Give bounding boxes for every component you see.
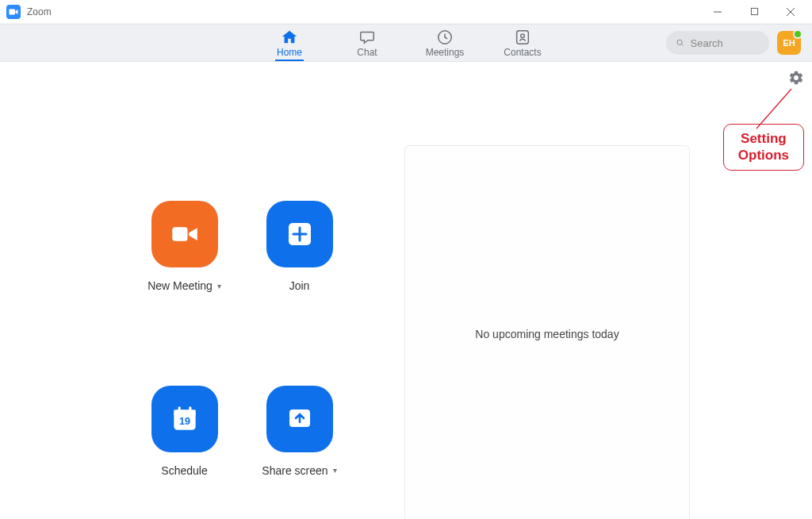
- tab-contacts[interactable]: Contacts: [499, 25, 546, 61]
- minimize-button[interactable]: [699, 0, 736, 24]
- window-title: Zoom: [27, 6, 52, 17]
- schedule-button[interactable]: 19 Schedule: [127, 386, 242, 520]
- svg-rect-16: [189, 406, 191, 412]
- video-icon: [151, 201, 218, 267]
- tab-label: Home: [277, 47, 302, 58]
- home-icon: [281, 29, 298, 46]
- search-input[interactable]: [691, 37, 760, 49]
- annotation-text: Options: [738, 147, 789, 163]
- svg-rect-11: [172, 227, 187, 241]
- svg-line-10: [756, 89, 791, 129]
- avatar[interactable]: EH: [777, 31, 801, 55]
- tab-meetings[interactable]: Meetings: [421, 25, 469, 61]
- action-label: New Meeting: [147, 279, 213, 292]
- empty-state-text: No upcoming meetings today: [475, 328, 619, 340]
- chevron-down-icon[interactable]: ▾: [333, 466, 337, 475]
- svg-rect-2: [751, 8, 757, 14]
- tabs: Home Chat Meetings Contacts: [266, 25, 546, 61]
- tab-label: Contacts: [504, 47, 541, 58]
- gear-icon[interactable]: [788, 70, 804, 86]
- svg-text:19: 19: [178, 416, 190, 427]
- new-meeting-button[interactable]: New Meeting ▾: [127, 201, 242, 335]
- calendar-icon: 19: [151, 386, 218, 452]
- search-icon: [676, 37, 685, 48]
- annotation-callout: Setting Options: [723, 124, 804, 171]
- title-bar: Zoom: [0, 0, 812, 24]
- svg-point-8: [677, 40, 682, 44]
- svg-rect-0: [10, 9, 16, 14]
- toolbar: Home Chat Meetings Contacts EH: [0, 24, 812, 62]
- contacts-icon: [514, 29, 531, 46]
- panel-header: [405, 146, 689, 241]
- svg-rect-15: [178, 406, 180, 412]
- svg-point-7: [521, 33, 525, 37]
- close-button[interactable]: [772, 0, 809, 24]
- chat-icon: [358, 29, 376, 46]
- chevron-down-icon[interactable]: ▾: [217, 282, 221, 290]
- tab-home[interactable]: Home: [266, 25, 313, 61]
- tab-chat[interactable]: Chat: [343, 25, 391, 61]
- svg-rect-14: [174, 409, 195, 414]
- avatar-initials: EH: [783, 38, 795, 48]
- share-screen-button[interactable]: Share screen ▾: [242, 386, 357, 520]
- app-icon: [6, 5, 21, 19]
- annotation-text: Setting: [738, 130, 789, 147]
- share-icon: [266, 386, 333, 452]
- action-label: Share screen: [262, 464, 327, 477]
- window-controls: [699, 0, 809, 24]
- action-grid: New Meeting ▾ Join 19 Schedule: [0, 62, 357, 519]
- maximize-button[interactable]: [736, 0, 772, 24]
- content: Setting Options New Meeting ▾ Join: [0, 62, 812, 519]
- action-label: Schedule: [161, 464, 207, 477]
- plus-icon: [266, 201, 333, 267]
- svg-line-9: [681, 44, 683, 46]
- search-box[interactable]: [666, 31, 769, 55]
- tab-label: Meetings: [426, 47, 465, 58]
- tab-label: Chat: [357, 47, 377, 58]
- clock-icon: [436, 29, 454, 46]
- meetings-panel: No upcoming meetings today: [404, 145, 690, 519]
- action-label: Join: [289, 279, 310, 292]
- join-button[interactable]: Join: [242, 201, 357, 335]
- settings-area: Setting Options: [788, 70, 804, 86]
